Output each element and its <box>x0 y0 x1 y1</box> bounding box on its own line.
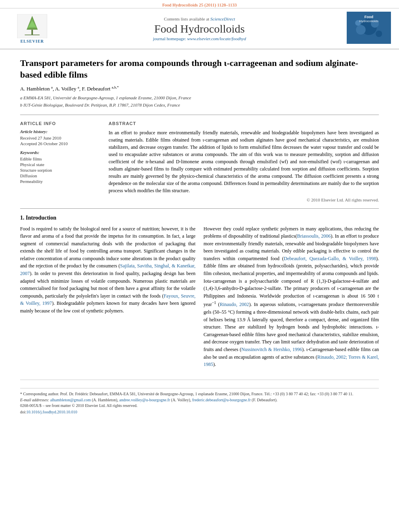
journal-title-area: Contents lists available at ScienceDirec… <box>56 16 343 41</box>
divider-2 <box>20 208 379 209</box>
journal-homepage: journal homepage: www.elsevier.com/locat… <box>56 36 343 41</box>
keyword-5: Permeability <box>20 179 101 184</box>
accepted-date: Accepted 26 October 2010 <box>20 141 101 146</box>
journal-header: ELSEVIER Contents lists available at Sci… <box>0 8 399 49</box>
author-voilley: A. Voilley <box>55 86 76 92</box>
journal-badge: Food Hydrocolloids <box>347 12 391 45</box>
article-title: Transport parameters for aroma compounds… <box>20 58 379 80</box>
copyright-line: © 2010 Elsevier Ltd. All rights reserved… <box>109 197 379 202</box>
authors-line: A. Hambleton a, A. Voilley a, F. Debeauf… <box>20 85 379 92</box>
keyword-2: Physical state <box>20 162 101 167</box>
citation-bar: Food Hydrocolloids 25 (2011) 1128–1133 <box>0 0 399 8</box>
svg-text:Hydrocolloids: Hydrocolloids <box>359 19 378 23</box>
section-1-title: 1. Introduction <box>20 215 379 221</box>
email-debeaufort[interactable]: frederic.debeaufort@u-bourgogne.fr <box>192 398 251 402</box>
journal-name: Food Hydrocolloids <box>56 23 343 35</box>
divider-1 <box>20 115 379 115</box>
ref-sajilata[interactable]: Sajilata, Savitha, Singhal, & Kanetkar, … <box>20 263 195 276</box>
ref-briassoulis[interactable]: Briassoulis, 2006 <box>297 233 331 239</box>
abstract-text: In an effort to produce more environment… <box>109 129 379 194</box>
issn-line: 0268-005X/$ – see front matter © 2010 El… <box>20 403 379 409</box>
keyword-1: Edible films <box>20 156 101 161</box>
article-history-label: Article history: <box>20 129 101 134</box>
email-note: E-mail addresses: alhambleton@gmail.com … <box>20 397 379 403</box>
elsevier-logo: ELSEVIER <box>8 14 56 43</box>
ref-debeaufort[interactable]: Debeaufort, Quezada-Gallo, & Voilley, 19… <box>284 256 376 261</box>
doi-value[interactable]: 10.1016/j.foodhyd.2010.10.010 <box>27 410 77 414</box>
email-voilley[interactable]: andree.voilley@u-bourgogne.fr <box>119 398 170 402</box>
homepage-url[interactable]: www.elsevier.com/locate/foodhyd <box>187 36 246 41</box>
ref-fayoux[interactable]: Fayoux, Seuvre, & Voilley, 1997 <box>20 293 195 306</box>
affiliation-b: b IUT-Génie Biologique, Boulevard Dr. Pe… <box>20 102 379 109</box>
body-two-col: Food is required to satisfy the biologic… <box>20 225 379 372</box>
elsevier-logo-area: ELSEVIER <box>8 14 56 43</box>
badge-graphic: Food Hydrocolloids <box>347 12 391 44</box>
affiliation-a: a EMMA-EA 581, Université de Bourgogne-A… <box>20 94 379 101</box>
article-footer: * Corresponding author. Prof. Dr. Frédér… <box>20 380 379 414</box>
sciencedirect-link[interactable]: ScienceDirect <box>210 16 235 21</box>
body-col-left: Food is required to satisfy the biologic… <box>20 225 195 372</box>
intro-para-1: Food is required to satisfy the biologic… <box>20 225 195 315</box>
abstract-heading: ABSTRACT <box>109 121 379 126</box>
contents-line: Contents lists available at ScienceDirec… <box>56 16 343 21</box>
star-note: * Corresponding author. Prof. Dr. Frédér… <box>20 391 379 397</box>
info-abstract-section: ARTICLE INFO Article history: Received 2… <box>20 121 379 202</box>
svg-rect-1 <box>31 29 33 35</box>
citation-text: Food Hydrocolloids 25 (2011) 1128–1133 <box>162 2 237 7</box>
corresponding-author-box: * Corresponding author. Prof. Dr. Frédér… <box>20 388 379 403</box>
svg-point-10 <box>376 31 382 37</box>
doi-line: doi:10.1016/j.foodhyd.2010.10.010 <box>20 410 379 414</box>
ref-rinaudo-torres[interactable]: Rinaudo, 2002; Torres & Karel, 1985 <box>204 354 379 368</box>
svg-point-8 <box>356 25 366 35</box>
elsevier-tree-icon <box>16 14 48 38</box>
article-info-column: ARTICLE INFO Article history: Received 2… <box>20 121 101 202</box>
received-date: Received 27 June 2010 <box>20 136 101 140</box>
keyword-3: Structure sorption <box>20 168 101 173</box>
article-info-heading: ARTICLE INFO <box>20 121 101 126</box>
intro-para-2: However they could replace synthetic pol… <box>204 225 379 368</box>
elsevier-wordmark: ELSEVIER <box>21 39 44 43</box>
ref-rinaudo-2002[interactable]: Rinaudo, 2002 <box>220 302 249 307</box>
author-hambleton: A. Hambleton <box>20 86 50 92</box>
svg-text:Food: Food <box>364 15 373 19</box>
body-col-right: However they could replace synthetic pol… <box>204 225 379 372</box>
journal-badge-area: Food Hydrocolloids <box>343 12 391 45</box>
author-debeaufort: F. Debeaufort <box>82 86 110 92</box>
keywords-label: Keywords: <box>20 150 101 155</box>
ref-nussinovitch[interactable]: Nussinovitch & Hershko, 1996 <box>241 347 302 352</box>
main-content: Transport parameters for aroma compounds… <box>0 49 399 380</box>
abstract-column: ABSTRACT In an effort to produce more en… <box>109 121 379 202</box>
email-hambleton[interactable]: alhambleton@gmail.com <box>50 398 91 402</box>
keyword-4: Diffusion <box>20 173 101 178</box>
